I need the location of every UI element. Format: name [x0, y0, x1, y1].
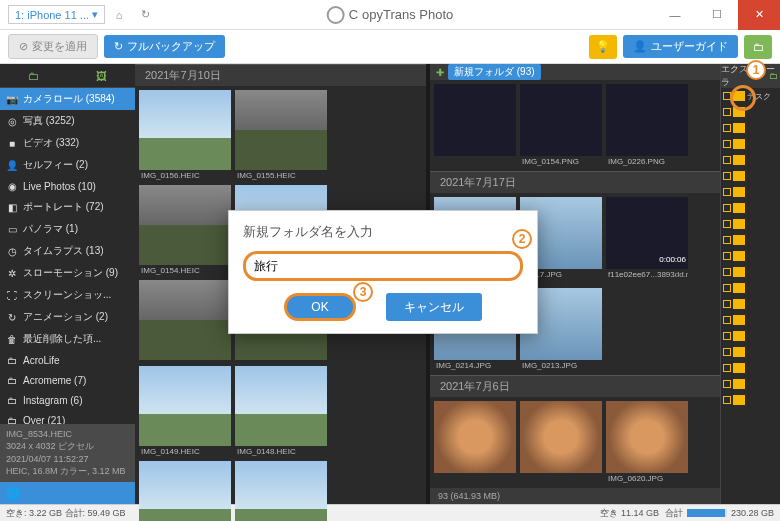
maximize-button[interactable]: ☐ [696, 0, 738, 30]
expand-icon[interactable] [723, 380, 731, 388]
expand-icon[interactable] [723, 332, 731, 340]
sidebar-item[interactable]: 🗀AcroLife [0, 350, 135, 370]
sidebar-item[interactable]: 🗀Acromeme (7) [0, 370, 135, 390]
expand-icon[interactable] [723, 108, 731, 116]
expand-icon[interactable] [723, 124, 731, 132]
user-icon: 👤 [633, 40, 647, 53]
explorer-item[interactable] [721, 248, 780, 264]
sidebar-tabs: 🗀 🖼 [0, 64, 135, 88]
expand-icon[interactable] [723, 300, 731, 308]
expand-icon[interactable] [723, 252, 731, 260]
thumbnail[interactable]: IMG_0148.HEIC [235, 366, 327, 457]
thumbnail[interactable]: IMG_0149.HEIC [139, 366, 231, 457]
thumbnail[interactable] [434, 401, 516, 484]
thumbnail[interactable]: IMG_0146.HEIC [235, 461, 327, 521]
thumbnail[interactable] [139, 280, 231, 362]
thumbnail[interactable]: 0:00:06f11e02ee67...3893dd.mo [606, 197, 688, 280]
explorer-item[interactable] [721, 264, 780, 280]
thumbnail[interactable]: IMG_0620.JPG [606, 401, 688, 484]
expand-icon[interactable] [723, 396, 731, 404]
explorer-item[interactable] [721, 312, 780, 328]
explorer-item[interactable] [721, 280, 780, 296]
explorer-item[interactable] [721, 120, 780, 136]
sidebar-item[interactable]: ■ビデオ (332) [0, 132, 135, 154]
hint-button[interactable]: 💡 [589, 35, 617, 59]
thumbnail[interactable] [520, 401, 602, 484]
expand-icon[interactable] [723, 172, 731, 180]
expand-icon[interactable] [723, 236, 731, 244]
folder-icon [733, 187, 745, 197]
album-icon: ✲ [6, 267, 18, 279]
apply-changes-button[interactable]: ⊘変更を適用 [8, 34, 98, 59]
thumbnail-image [139, 280, 231, 360]
thumbnail[interactable]: IMG_0226.PNG [606, 84, 688, 167]
folder-name-input[interactable] [243, 251, 523, 281]
explorer-item[interactable] [721, 216, 780, 232]
callout-2: 2 [512, 229, 532, 249]
expand-icon[interactable] [723, 140, 731, 148]
sidebar-item[interactable]: ◎写真 (3252) [0, 110, 135, 132]
expand-icon[interactable] [723, 316, 731, 324]
folder-open-icon[interactable]: 🗀 [769, 71, 778, 81]
explorer-item[interactable] [721, 344, 780, 360]
expand-icon[interactable] [723, 156, 731, 164]
explorer-item[interactable] [721, 200, 780, 216]
sidebar-item[interactable]: ◧ポートレート (72) [0, 196, 135, 218]
thumbnail[interactable]: IMG_0154.HEIC [139, 185, 231, 276]
sidebar-item[interactable]: ✲スローモーション (9) [0, 262, 135, 284]
sidebar-item[interactable]: ⛶スクリーンショッ... [0, 284, 135, 306]
explorer-item[interactable] [721, 184, 780, 200]
sidebar-tab-photos[interactable]: 🖼 [68, 64, 136, 87]
home-icon[interactable]: ⌂ [107, 3, 131, 27]
expand-icon[interactable] [723, 268, 731, 276]
thumbnail[interactable]: IMG_0156.HEIC [139, 90, 231, 181]
sidebar-item[interactable]: 🗀Over (21) [0, 410, 135, 424]
folder-button[interactable]: 🗀 [744, 35, 772, 59]
expand-icon[interactable] [723, 348, 731, 356]
expand-icon[interactable] [723, 284, 731, 292]
explorer-item[interactable] [721, 296, 780, 312]
explorer-item[interactable] [721, 328, 780, 344]
sidebar-item[interactable]: 🗑最近削除した項... [0, 328, 135, 350]
explorer-item[interactable] [721, 152, 780, 168]
expand-icon[interactable] [723, 364, 731, 372]
minimize-button[interactable]: — [654, 0, 696, 30]
thumbnail[interactable] [434, 84, 516, 167]
sidebar-item[interactable]: 📷カメラロール (3584) [0, 88, 135, 110]
expand-icon[interactable] [723, 188, 731, 196]
user-guide-button[interactable]: 👤ユーザーガイド [623, 35, 738, 58]
ok-button[interactable]: OK [284, 293, 355, 321]
new-folder-tag[interactable]: 新規フォルダ (93) [448, 64, 541, 80]
cancel-button[interactable]: キャンセル [386, 293, 482, 321]
device-selector[interactable]: 1: iPhone 11 ...▾ [8, 5, 105, 24]
thumbnail[interactable]: IMG_0147.HEIC [139, 461, 231, 521]
sidebar-tab-albums[interactable]: 🗀 [0, 64, 68, 87]
explorer-item[interactable] [721, 392, 780, 408]
close-button[interactable]: ✕ [738, 0, 780, 30]
sidebar-item[interactable]: 👤セルフィー (2) [0, 154, 135, 176]
thumbnail[interactable]: IMG_0155.HEIC [235, 90, 327, 181]
expand-icon[interactable] [723, 204, 731, 212]
sidebar-item[interactable]: ◉Live Photos (10) [0, 176, 135, 196]
thumbnail[interactable]: IMG_0154.PNG [520, 84, 602, 167]
expand-icon[interactable] [723, 220, 731, 228]
explorer-item[interactable] [721, 136, 780, 152]
sidebar-item[interactable]: ▭パノラマ (1) [0, 218, 135, 240]
plus-icon[interactable]: ✚ [436, 67, 444, 78]
sidebar-item[interactable]: ◷タイムラプス (13) [0, 240, 135, 262]
thumbnail-image [235, 461, 327, 521]
explorer-item[interactable] [721, 360, 780, 376]
sidebar-item[interactable]: ↻アニメーション (2) [0, 306, 135, 328]
thumbnail-label: IMG_0154.PNG [520, 156, 602, 167]
web-icon[interactable]: 🌐 [6, 487, 20, 500]
explorer-item[interactable] [721, 168, 780, 184]
thumbnail-label [434, 473, 516, 475]
explorer-item[interactable] [721, 232, 780, 248]
full-backup-button[interactable]: ↻フルバックアップ [104, 35, 225, 58]
refresh-icon[interactable]: ↻ [133, 3, 157, 27]
date-header-3: 2021年7月6日 [430, 375, 720, 397]
thumbnail-image [606, 84, 688, 156]
album-icon: 🗀 [6, 374, 18, 386]
sidebar-item[interactable]: 🗀Instagram (6) [0, 390, 135, 410]
explorer-item[interactable] [721, 376, 780, 392]
